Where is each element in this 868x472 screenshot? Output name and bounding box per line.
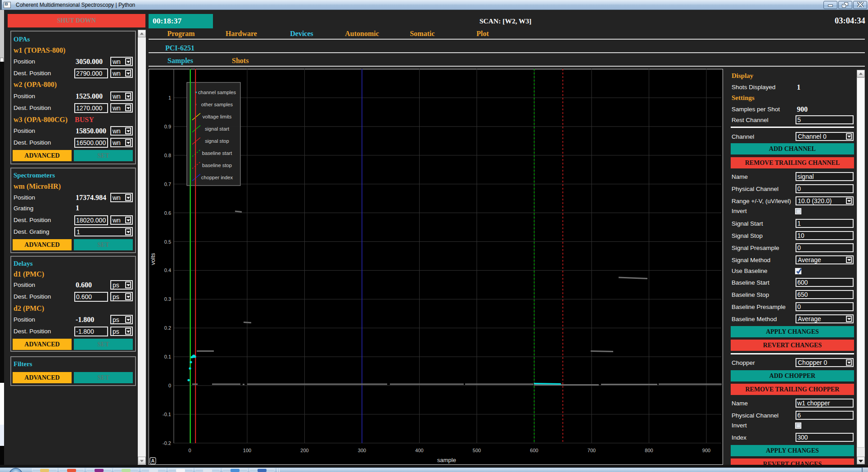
svg-text:0.5: 0.5 (164, 239, 171, 245)
svg-text:0: 0 (188, 448, 191, 453)
svg-text:1: 1 (168, 95, 171, 100)
svg-text:other samples: other samples (201, 102, 233, 107)
svg-text:A: A (151, 458, 155, 463)
svg-text:100: 100 (243, 448, 251, 453)
svg-text:chopper index: chopper index (201, 175, 233, 180)
svg-text:300: 300 (358, 448, 366, 453)
svg-text:0.2: 0.2 (164, 325, 171, 331)
svg-text:channel samples: channel samples (198, 90, 236, 95)
svg-text:200: 200 (300, 448, 308, 453)
svg-text:900: 900 (702, 448, 710, 453)
svg-text:0.9: 0.9 (164, 124, 171, 129)
svg-text:400: 400 (415, 448, 423, 453)
svg-text:baseline stop: baseline stop (202, 163, 232, 168)
svg-text:0.4: 0.4 (164, 268, 171, 273)
svg-text:volts: volts (149, 253, 156, 265)
svg-text:0.7: 0.7 (164, 182, 171, 187)
svg-text:800: 800 (645, 448, 653, 453)
svg-text:-0.1: -0.1 (163, 412, 171, 417)
svg-text:sample: sample (437, 457, 456, 463)
svg-text:0: 0 (168, 383, 171, 388)
svg-text:0.1: 0.1 (164, 354, 171, 359)
svg-text:500: 500 (473, 448, 481, 453)
svg-text:-0.2: -0.2 (163, 440, 171, 446)
svg-text:600: 600 (530, 448, 538, 453)
svg-text:baseline start: baseline start (202, 150, 232, 156)
svg-text:0.8: 0.8 (164, 153, 171, 158)
svg-text:700: 700 (588, 448, 596, 453)
svg-text:0.6: 0.6 (164, 210, 171, 216)
svg-text:signal stop: signal stop (205, 138, 229, 144)
svg-text:voltage limits: voltage limits (203, 114, 232, 119)
svg-text:signal start: signal start (205, 126, 230, 132)
svg-text:0.3: 0.3 (164, 296, 171, 302)
